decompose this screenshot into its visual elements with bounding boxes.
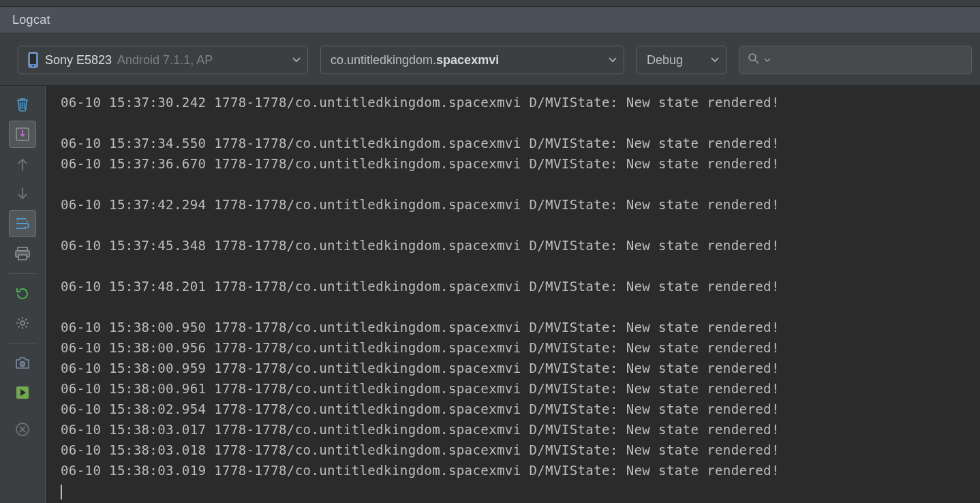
log-line: 06-10 15:38:00.956 1778-1778/co.untitled…	[61, 338, 973, 359]
logcat-toolbar: Sony E5823 Android 7.1.1, AP co.untitled…	[0, 33, 980, 86]
log-line: 06-10 15:37:48.201 1778-1778/co.untitled…	[61, 277, 973, 297]
restart-icon	[15, 286, 30, 301]
print-button[interactable]	[10, 241, 35, 266]
panel-title: Logcat	[12, 13, 50, 27]
print-icon	[14, 246, 31, 261]
panel-title-bar: Logcat	[0, 7, 980, 33]
log-line: 06-10 15:38:03.019 1778-1778/co.untitled…	[61, 461, 973, 481]
log-line: 06-10 15:37:34.550 1778-1778/co.untitled…	[61, 134, 973, 154]
log-line: 06-10 15:37:42.294 1778-1778/co.untitled…	[61, 195, 973, 215]
scroll-to-end-button[interactable]	[9, 121, 36, 148]
process-prefix: co.untitledkingdom.	[331, 53, 436, 67]
cursor-line	[61, 481, 973, 502]
phone-icon	[28, 52, 38, 68]
scroll-to-end-icon	[14, 126, 31, 142]
loglevel-dropdown[interactable]: Debug	[637, 46, 726, 74]
clear-icon	[15, 422, 30, 437]
trash-icon	[15, 96, 30, 112]
arrow-up-icon	[16, 157, 29, 172]
loglevel-label: Debug	[647, 53, 683, 67]
svg-point-2	[32, 65, 33, 66]
caret-down-icon	[609, 57, 617, 63]
svg-point-11	[20, 321, 25, 325]
log-line	[61, 113, 973, 134]
log-line: 06-10 15:38:00.961 1778-1778/co.untitled…	[61, 379, 973, 399]
screen-record-icon	[15, 385, 30, 400]
top-spacer	[0, 0, 980, 7]
logcat-side-toolbar	[0, 86, 46, 503]
device-dropdown[interactable]: Sony E5823 Android 7.1.1, AP	[18, 46, 308, 74]
svg-point-7	[27, 220, 28, 222]
log-line: 06-10 15:37:30.242 1778-1778/co.untitled…	[61, 93, 973, 113]
device-sub: Android 7.1.1, AP	[117, 53, 213, 67]
settings-button[interactable]	[10, 310, 35, 336]
process-name: spacexmvi	[436, 53, 499, 67]
next-occurrence-button[interactable]	[10, 181, 35, 207]
log-output[interactable]: 06-10 15:37:30.242 1778-1778/co.untitled…	[46, 86, 980, 503]
svg-line-4	[755, 60, 759, 63]
terminate-button[interactable]	[10, 416, 35, 442]
log-line	[61, 256, 973, 277]
caret-down-icon	[764, 58, 775, 63]
log-line: 06-10 15:38:00.959 1778-1778/co.untitled…	[61, 359, 973, 379]
svg-rect-1	[30, 54, 36, 64]
svg-point-12	[20, 362, 25, 367]
caret-down-icon	[292, 57, 301, 63]
log-line: 06-10 15:38:03.017 1778-1778/co.untitled…	[61, 420, 973, 440]
settings-icon	[15, 316, 30, 331]
search-input[interactable]	[739, 46, 972, 74]
log-line: 06-10 15:38:00.950 1778-1778/co.untitled…	[61, 318, 973, 338]
soft-wrap-button[interactable]	[9, 210, 36, 237]
soft-wrap-icon	[14, 216, 31, 231]
clear-log-button[interactable]	[10, 91, 35, 117]
svg-point-6	[17, 220, 18, 222]
screen-record-button[interactable]	[10, 380, 35, 406]
svg-point-3	[749, 54, 756, 61]
screenshot-icon	[14, 356, 31, 370]
divider	[9, 273, 36, 274]
log-line: 06-10 15:37:36.670 1778-1778/co.untitled…	[61, 154, 973, 174]
restart-button[interactable]	[10, 281, 35, 307]
log-line	[61, 297, 973, 318]
screenshot-button[interactable]	[10, 350, 35, 376]
log-line: 06-10 15:38:03.018 1778-1778/co.untitled…	[61, 440, 973, 461]
arrow-down-icon	[16, 186, 29, 201]
caret-down-icon	[711, 57, 719, 63]
previous-occurrence-button[interactable]	[10, 151, 35, 177]
log-line	[61, 174, 973, 195]
search-icon	[748, 52, 764, 68]
process-dropdown[interactable]: co.untitledkingdom.spacexmvi	[320, 46, 624, 74]
svg-rect-10	[18, 255, 27, 260]
divider	[9, 343, 36, 344]
log-line	[61, 215, 973, 236]
device-name: Sony E5823	[45, 53, 112, 67]
log-line: 06-10 15:37:45.348 1778-1778/co.untitled…	[61, 236, 973, 256]
log-line: 06-10 15:38:02.954 1778-1778/co.untitled…	[61, 399, 973, 420]
